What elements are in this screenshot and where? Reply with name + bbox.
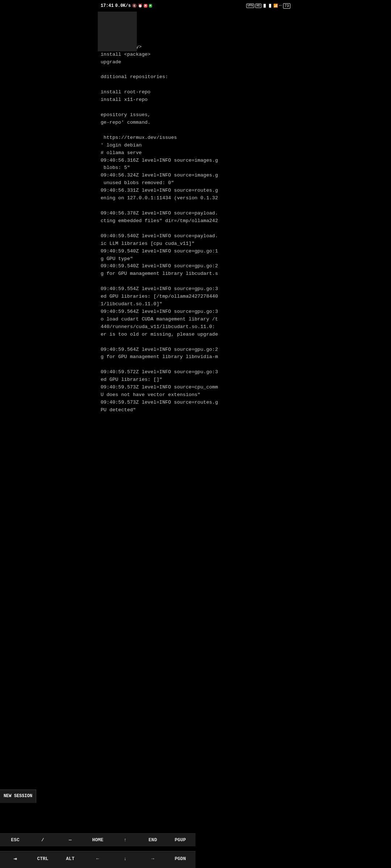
terminal-line: ge-repo' command. (101, 119, 293, 127)
time: 17:41 (101, 3, 114, 8)
terminal-line: g for GPU management library libcudart.s (101, 270, 293, 278)
terminal-line: 09:40:56.316Z level=INFO source=images.g (101, 157, 293, 165)
network-speed: 0.0K/s (115, 3, 131, 8)
mute-icon: 🔇 (132, 4, 136, 8)
app-icon-1: ● (144, 4, 147, 8)
terminal-area: kages: search <query>install <package>up… (98, 12, 293, 416)
alarm-icon: ⏰ (138, 4, 142, 8)
terminal-line: epository issues, (101, 111, 293, 119)
terminal-line (101, 225, 293, 233)
terminal-line: 09:40:59.564Z level=INFO source=gpu.go:2 (101, 346, 293, 354)
terminal-line: ed GPU libraries: [/tmp/ollama2427278440 (101, 293, 293, 301)
signal-icon-1: ▐▌ (262, 4, 267, 8)
hd-badge: HD (255, 4, 261, 8)
terminal-line (101, 127, 293, 134)
terminal-line: 09:40:59.540Z level=INFO source=payload. (101, 233, 293, 240)
thumbnail-panel (98, 12, 137, 51)
terminal-line (101, 81, 293, 89)
terminal-line: ic LLM libraries [cpu cuda_v11]" (101, 240, 293, 248)
terminal-line: ening on 127.0.0.1:11434 (version 0.1.32 (101, 195, 293, 202)
terminal-line: blobs: 5" (101, 164, 293, 172)
terminal-line: U does not have vector extensions" (101, 391, 293, 399)
terminal-line (101, 202, 293, 210)
terminal-line: install x11-repo (101, 96, 293, 104)
terminal-line: 09:40:59.573Z level=INFO source=routes.g (101, 399, 293, 407)
terminal-line: o load cudart CUDA management library /t (101, 316, 293, 323)
terminal-line: PU detected" (101, 407, 293, 414)
terminal-line: dditional repositories: (101, 73, 293, 81)
terminal-line: g for GPU management library libnvidia-m (101, 353, 293, 361)
terminal-line: unused blobs removed: 0" (101, 179, 293, 187)
terminal-line: 1/libcudart.so.11.0]" (101, 301, 293, 308)
status-bar: 17:41 0.0K/s 🔇 ⏰ ● ● VPN HD ▐▌ ▐▌ 📶 〰 73 (98, 0, 293, 12)
terminal-line: 09:40:56.378Z level=INFO source=payload. (101, 210, 293, 217)
terminal-line: upgrade (101, 59, 293, 66)
terminal-line: g GPU type" (101, 255, 293, 263)
terminal-line: install root-repo (101, 89, 293, 96)
status-left: 17:41 0.0K/s 🔇 ⏰ ● ● (101, 3, 152, 8)
terminal-line: install <package> (101, 51, 293, 59)
terminal-line: # ollama serve (101, 149, 293, 157)
signal-icon-2: ▐▌ (268, 4, 272, 8)
terminal-line: 09:40:56.331Z level=INFO source=routes.g (101, 187, 293, 195)
terminal-line: ' login debian (101, 142, 293, 149)
terminal-line: 09:40:59.572Z level=INFO source=gpu.go:3 (101, 369, 293, 376)
battery-indicator: 73 (283, 3, 290, 9)
app-icon-2: ● (149, 4, 152, 8)
terminal-line: 09:40:59.573Z level=INFO source=cpu_comm (101, 384, 293, 391)
terminal-line: https://termux.dev/issues (101, 134, 293, 142)
terminal-line: 09:40:59.540Z level=INFO source=gpu.go:1 (101, 248, 293, 255)
terminal-line: cting embedded files" dir=/tmp/ollama242 (101, 217, 293, 225)
terminal-output: kages: search <query>install <package>up… (98, 12, 293, 416)
status-right: VPN HD ▐▌ ▐▌ 📶 〰 73 (246, 3, 290, 9)
terminal-line: er is too old or missing, please upgrade (101, 331, 293, 339)
terminal-line: 09:40:59.564Z level=INFO source=gpu.go:3 (101, 308, 293, 316)
wifi-icon-2: 〰 (279, 4, 282, 8)
terminal-line: ed GPU libraries: []" (101, 376, 293, 384)
terminal-line: 09:40:59.540Z level=INFO source=gpu.go:2 (101, 263, 293, 270)
wifi-icon: 📶 (273, 4, 278, 8)
terminal-line (101, 339, 293, 346)
vpn-badge: VPN (246, 4, 254, 8)
terminal-line: 09:40:56.324Z level=INFO source=images.g (101, 172, 293, 179)
terminal-line (101, 361, 293, 369)
terminal-line (101, 66, 293, 73)
terminal-line: 09:40:59.554Z level=INFO source=gpu.go:3 (101, 285, 293, 293)
terminal-line (101, 278, 293, 285)
terminal-line (101, 104, 293, 111)
terminal-line: 440/runners/cuda_v11/libcudart.so.11.0: (101, 323, 293, 331)
